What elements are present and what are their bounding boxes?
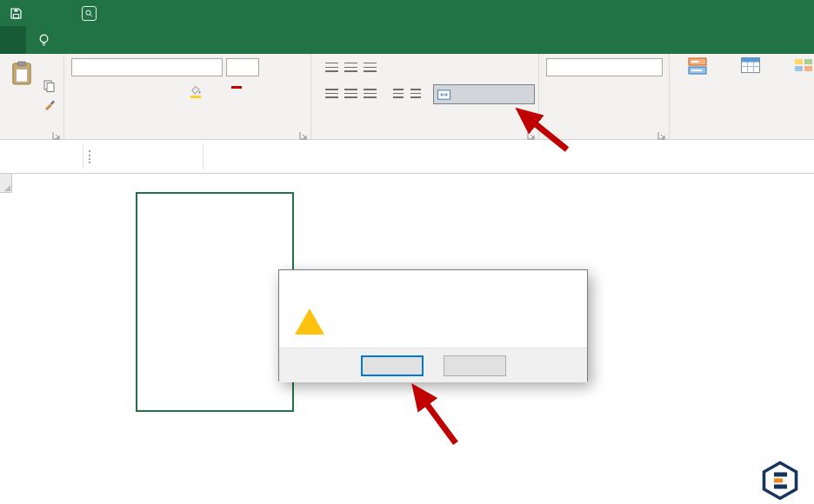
increase-indent-icon (410, 89, 421, 99)
ok-button[interactable] (361, 355, 424, 376)
fill-color-button[interactable] (190, 85, 204, 98)
decrease-indent-icon (393, 89, 404, 99)
dialog-launcher-icon[interactable] (299, 127, 309, 136)
align-left-button[interactable] (325, 89, 338, 99)
cell-styles-button[interactable] (779, 57, 814, 76)
align-bottom-button[interactable] (364, 63, 377, 73)
align-left-icon (325, 89, 338, 99)
dialog-launcher-icon[interactable] (527, 127, 537, 136)
paste-button[interactable] (3, 57, 41, 125)
format-painter-button[interactable] (43, 99, 55, 110)
align-top-button[interactable] (325, 63, 338, 73)
tell-me-search[interactable] (38, 26, 55, 54)
increase-indent-button[interactable] (410, 89, 421, 99)
align-middle-button[interactable] (344, 63, 357, 73)
number-format-combo[interactable] (546, 58, 663, 76)
save-icon (10, 8, 22, 19)
group-font (64, 54, 311, 139)
cell-styles-icon (794, 57, 813, 73)
dialog-close-button[interactable] (548, 270, 587, 295)
fill-color-bar (190, 96, 201, 98)
name-box[interactable] (0, 144, 83, 169)
wrap-text-button[interactable] (433, 60, 437, 78)
format-painter-icon (43, 99, 55, 110)
merge-center-button[interactable] (433, 84, 535, 104)
group-alignment (311, 54, 539, 139)
formula-bar-divider (203, 143, 204, 169)
align-bottom-icon (364, 63, 377, 73)
decrease-indent-button[interactable] (393, 89, 404, 99)
group-styles (670, 54, 814, 139)
merge-cells-icon (437, 90, 450, 100)
magnifier-icon (85, 10, 93, 17)
conditional-formatting-icon (688, 57, 707, 75)
cancel-button[interactable] (444, 355, 506, 376)
align-center-icon (344, 89, 357, 99)
font-color-bar (231, 86, 242, 89)
watermark-logo-icon (760, 461, 800, 501)
quick-access-toolbar (0, 0, 106, 26)
group-clipboard (0, 54, 64, 139)
dialog-body (279, 295, 587, 348)
font-size-combo[interactable] (226, 58, 259, 76)
tab-file[interactable] (0, 26, 26, 54)
format-as-table-icon (741, 57, 760, 73)
align-middle-icon (344, 63, 357, 73)
dialog-launcher-icon[interactable] (52, 127, 62, 136)
selection-border (136, 192, 294, 412)
dialog-footer (279, 348, 587, 382)
warning-icon (295, 308, 324, 335)
formula-bar (0, 140, 814, 174)
align-right-button[interactable] (364, 89, 377, 99)
column-header-row (0, 174, 814, 193)
copy-icon (43, 80, 55, 92)
title-bar (0, 0, 814, 26)
ribbon-tab-bar (0, 26, 814, 54)
conditional-formatting-button[interactable] (673, 57, 722, 80)
formula-bar-resize-handle[interactable] (89, 150, 90, 163)
dialog-launcher-icon[interactable] (657, 127, 667, 136)
group-number (539, 54, 670, 139)
format-as-table-button[interactable] (725, 57, 776, 78)
merge-warning-dialog (278, 269, 588, 381)
dialog-title-bar (279, 270, 587, 295)
copy-button[interactable] (43, 80, 55, 92)
clipboard-icon (11, 61, 32, 85)
paint-bucket-icon (190, 85, 202, 95)
ribbon (0, 54, 814, 140)
font-name-combo[interactable] (71, 58, 223, 76)
align-center-button[interactable] (344, 89, 357, 99)
save-button[interactable] (10, 8, 22, 19)
select-all-corner[interactable] (0, 174, 12, 193)
lightbulb-icon (38, 34, 50, 47)
watermark (760, 461, 807, 501)
font-color-button[interactable] (231, 85, 244, 89)
print-preview-button[interactable] (82, 6, 97, 21)
align-top-icon (325, 63, 338, 73)
align-right-icon (364, 89, 377, 99)
